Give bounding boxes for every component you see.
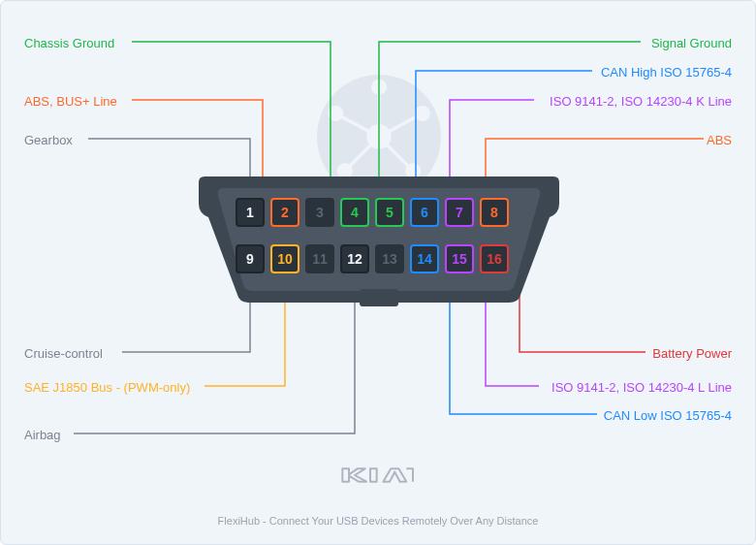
pin-6: 6 [410,198,439,227]
label-can_high: CAN High ISO 15765-4 [601,65,732,80]
label-airbag: Airbag [24,428,61,442]
label-abs_bus: ABS, BUS+ Line [24,94,117,109]
label-can_low: CAN Low ISO 15765-4 [604,408,732,423]
pin-8: 8 [480,198,509,227]
label-gearbox: Gearbox [24,133,73,147]
label-sae_j1850: SAE J1850 Bus - (PWM-only) [24,380,190,395]
pin-13: 13 [375,244,404,273]
pin-7: 7 [445,198,474,227]
pin-1: 1 [236,198,265,227]
footer-text: FlexiHub - Connect Your USB Devices Remo… [1,515,755,527]
pin-9: 9 [236,244,265,273]
pin-12: 12 [340,244,369,273]
diagram-canvas: 12345678 910111213141516 Chassis GroundA… [0,0,756,545]
pin-11: 11 [305,244,334,273]
label-abs: ABS [707,133,732,147]
pin-row-top: 12345678 [236,198,509,227]
pin-2: 2 [270,198,299,227]
label-battery: Battery Power [652,346,732,361]
pin-14: 14 [410,244,439,273]
label-chassis_ground: Chassis Ground [24,36,114,50]
pin-16: 16 [480,244,509,273]
pin-10: 10 [270,244,299,273]
label-kline: ISO 9141-2, ISO 14230-4 K Line [550,94,732,109]
pin-4: 4 [340,198,369,227]
svg-rect-12 [360,289,398,306]
pin-3: 3 [305,198,334,227]
pin-5: 5 [375,198,404,227]
pin-row-bottom: 910111213141516 [236,244,509,273]
label-cruise: Cruise-control [24,346,103,361]
connector-shell-icon [195,171,563,306]
label-lline: ISO 9141-2, ISO 14230-4 L Line [551,380,732,395]
kia-logo-icon [1,464,755,491]
label-signal_ground: Signal Ground [651,36,732,50]
obd-connector: 12345678 910111213141516 [195,171,563,306]
pin-15: 15 [445,244,474,273]
